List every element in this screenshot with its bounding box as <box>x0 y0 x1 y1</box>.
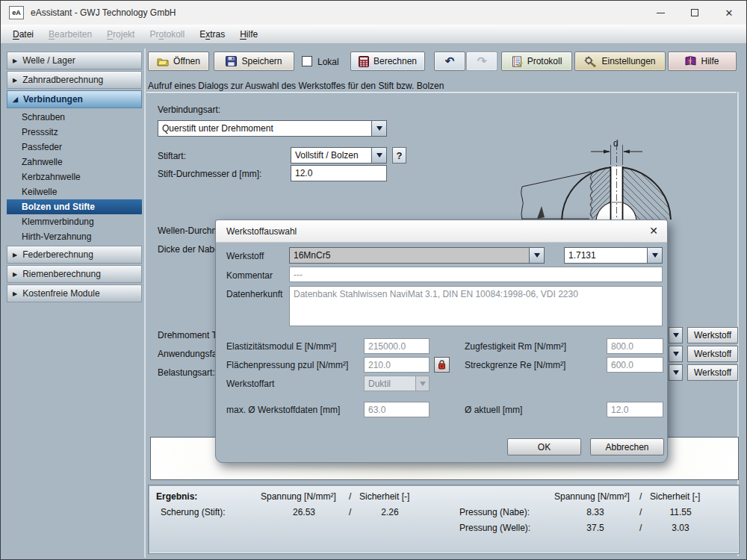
help-button[interactable]: ? Hilfe <box>668 52 737 71</box>
results-panel: Ergebnis: Spannung [N/mm²] / Sicherheit … <box>148 485 740 554</box>
menu-projekt: Projekt <box>99 26 142 43</box>
werkstoffnummer-value: 1.7131 <box>565 248 647 263</box>
sidebar-item-kerbzahnwelle[interactable]: Kerbzahnwelle <box>7 169 142 184</box>
sidebar-header-label: Welle / Lager <box>22 55 75 66</box>
cancel-button[interactable]: Abbrechen <box>590 438 664 455</box>
collapsed-arrow-icon: ▶ <box>13 271 17 278</box>
stift-werkstoff-dropdown-button[interactable] <box>669 327 683 343</box>
streckgrenze-label: Streckgrenze Re [N/mm²] <box>465 360 565 370</box>
menubar: Datei Bearbeiten Projekt Protokoll Extra… <box>1 25 746 44</box>
sidebar-item-zahnwelle[interactable]: Zahnwelle <box>7 155 142 169</box>
sidebar-header-kostenfreie-module[interactable]: ▶ Kostenfreie Module <box>7 284 142 302</box>
open-button-label: Öffnen <box>173 56 200 66</box>
folder-open-icon <box>157 57 169 66</box>
werkstoff-label: Werkstoff <box>226 251 264 261</box>
chevron-down-icon[interactable] <box>371 148 386 163</box>
nabe-werkstoff-dropdown-button[interactable] <box>669 346 683 362</box>
sidebar-item-klemmverbindung[interactable]: Klemmverbindung <box>7 214 142 229</box>
sidebar-item-keilwelle[interactable]: Keilwelle <box>7 184 142 199</box>
sidebar-item-schrauben[interactable]: Schrauben <box>7 110 142 125</box>
lock-button[interactable] <box>434 357 450 373</box>
anwendungsfaktor-label: Anwendungsfa <box>158 349 217 359</box>
sidebar-header-verbindungen[interactable]: ◢ Verbindungen <box>7 90 142 108</box>
chevron-down-icon[interactable] <box>647 248 662 263</box>
menu-hilfe[interactable]: Hilfe <box>232 26 265 43</box>
help-book-icon: ? <box>685 56 696 66</box>
welle-werkstoff-button[interactable]: Werkstoff <box>687 364 738 381</box>
verbindungsart-value: Querstift unter Drehmoment <box>158 121 371 136</box>
sidebar-header-riemenberechnung[interactable]: ▶ Riemenberechnung <box>7 265 142 283</box>
flaechenpressung-label: Flächenpressung pzul [N/mm²] <box>226 360 348 370</box>
chevron-down-icon <box>415 376 429 391</box>
max-durchmesser-label: max. Ø Werkstoffdaten [mm] <box>226 405 340 415</box>
belastungsart-label: Belastungsart: <box>158 367 215 378</box>
window-close-button[interactable]: ✕ <box>712 1 746 25</box>
sidebar-header-label: Federberechnung <box>22 249 93 260</box>
maximize-button[interactable] <box>678 1 712 25</box>
result-value: 8.33 <box>558 507 633 517</box>
welle-werkstoff-dropdown-button[interactable] <box>669 364 683 381</box>
sidebar-header-federberechnung[interactable]: ▶ Federberechnung <box>7 246 142 264</box>
dialog-title: Werkstoffauswahl <box>226 226 297 237</box>
redo-button: ↷ <box>466 52 498 71</box>
werkstoff-value: 16MnCr5 <box>290 248 529 263</box>
dialog-close-button[interactable]: ✕ <box>649 225 658 237</box>
settings-button-label: Einstellungen <box>601 56 655 66</box>
calculate-button[interactable]: Berechnen <box>350 52 425 71</box>
app-window: eA eAssistant - GWJ Technology GmbH ✕ Da… <box>0 0 747 560</box>
info-divider <box>146 92 737 93</box>
tools-icon <box>584 56 597 67</box>
verbindungsart-label: Verbindungsart: <box>158 105 220 115</box>
sidebar-header-label: Kostenfreie Module <box>22 288 99 299</box>
chevron-down-icon[interactable] <box>371 121 386 136</box>
save-button-label: Speichern <box>241 56 282 66</box>
result-value: 26.53 <box>267 507 341 517</box>
stift-werkstoff-button[interactable]: Werkstoff <box>687 327 738 343</box>
collapsed-arrow-icon: ▶ <box>13 77 17 84</box>
nabendicke-label: Dicke der Nabe <box>158 244 220 255</box>
datenherkunft-label: Datenherkunft <box>226 289 282 299</box>
open-button[interactable]: Öffnen <box>148 52 209 71</box>
menu-protokoll: Protokoll <box>142 26 192 43</box>
werkstoff-combobox[interactable]: 16MnCr5 <box>289 247 545 264</box>
chevron-down-icon[interactable] <box>529 248 544 263</box>
stiftart-combobox[interactable]: Vollstift / Bolzen <box>291 147 387 164</box>
emodul-label: Elastizitätsmodul E [N/mm²] <box>226 341 336 352</box>
slash-separator: / <box>639 491 642 502</box>
sidebar-item-presssitz[interactable]: Presssitz <box>7 125 142 140</box>
settings-button[interactable]: Einstellungen <box>574 52 666 71</box>
ok-button[interactable]: OK <box>507 438 581 455</box>
sidebar-item-passfeder[interactable]: Passfeder <box>7 140 142 155</box>
menu-extras[interactable]: Extras <box>192 26 232 43</box>
aktuell-durchmesser-input <box>607 402 663 417</box>
app-icon: eA <box>9 6 24 19</box>
local-checkbox-label: Lokal <box>317 57 339 67</box>
sidebar-item-bolzen-und-stifte[interactable]: Bolzen und Stifte <box>7 199 142 214</box>
undo-button[interactable]: ↶ <box>434 52 465 71</box>
result-value: 2.26 <box>349 507 431 517</box>
svg-text:?: ? <box>688 58 692 65</box>
info-text: Aufruf eines Dialogs zur Auswahl des Wer… <box>148 81 444 91</box>
menu-datei[interactable]: Datei <box>5 26 41 43</box>
lock-icon <box>438 360 446 370</box>
result-value: 3.03 <box>639 523 722 533</box>
minimize-button[interactable] <box>643 1 678 25</box>
local-checkbox[interactable] <box>302 56 312 66</box>
sidebar-header-zahnradberechnung[interactable]: ▶ Zahnradberechnung <box>7 71 142 89</box>
wellen-durchmesser-label: Wellen-Durchm <box>158 225 219 236</box>
protocol-button[interactable]: Protokoll <box>501 52 572 71</box>
sidebar-header-label: Verbindungen <box>23 94 83 105</box>
nabe-werkstoff-button[interactable]: Werkstoff <box>687 346 738 362</box>
kommentar-input <box>289 267 663 282</box>
expanded-arrow-icon: ◢ <box>13 96 18 103</box>
durchmesser-input[interactable] <box>291 165 387 181</box>
sidebar-header-label: Zahnradberechnung <box>22 75 103 85</box>
slash-separator: / <box>349 491 351 502</box>
sidebar-item-hirth-verzahnung[interactable]: Hirth-Verzahnung <box>7 229 142 244</box>
sidebar-header-welle-lager[interactable]: ▶ Welle / Lager <box>7 52 142 69</box>
undo-icon: ↶ <box>445 55 455 68</box>
save-button[interactable]: Speichern <box>214 52 294 71</box>
stiftart-help-button[interactable]: ? <box>392 147 406 164</box>
werkstoffnummer-combobox[interactable]: 1.7131 <box>564 247 663 264</box>
verbindungsart-combobox[interactable]: Querstift unter Drehmoment <box>158 120 387 137</box>
